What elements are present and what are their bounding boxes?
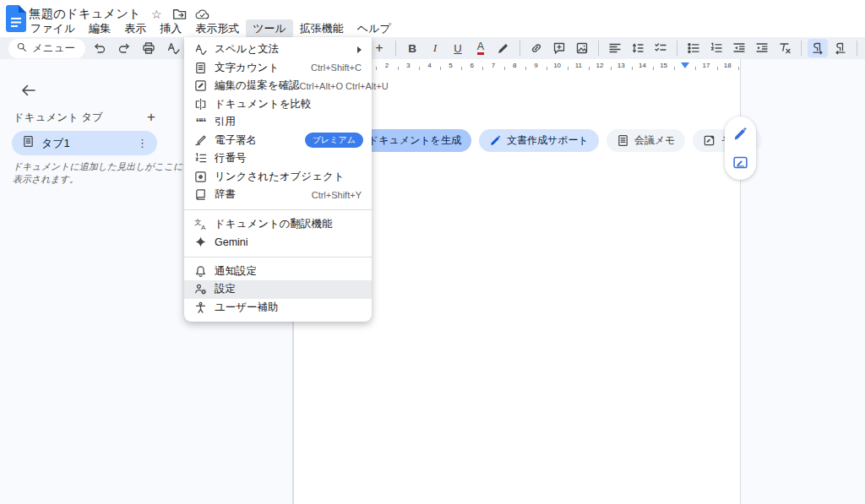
menubar-item-2[interactable]: 表示 (117, 19, 153, 38)
ruler-tick (611, 67, 612, 70)
numbered-list-button[interactable] (706, 39, 726, 57)
menu-item-label: ドキュメントを比較 (215, 97, 372, 111)
ruler-number: 6 (471, 62, 474, 69)
menu-item-label: リンクされたオブジェクト (215, 170, 372, 184)
ruler-number: 13 (617, 62, 625, 69)
line-spacing-button[interactable] (628, 39, 648, 57)
menubar-item-3[interactable]: 挿入 (153, 19, 188, 38)
menu-item[interactable]: 文Aドキュメントの翻訳機能 (184, 215, 372, 234)
menu-item-label: 引用 (215, 115, 372, 129)
chip-1[interactable]: 文書作成サポート (479, 129, 599, 152)
search-menus-button[interactable]: メニュー (8, 39, 85, 58)
ruler-number: 17 (703, 62, 710, 69)
chip-label: 会議メモ (634, 133, 676, 148)
clear-formatting-button[interactable] (775, 39, 795, 57)
horizontal-ruler[interactable]: 1234567891011121314151718 (0, 59, 865, 73)
ruler-tick (717, 67, 718, 70)
menubar-item-7[interactable]: ヘルプ (351, 19, 398, 38)
font-size-increase-button[interactable]: + (369, 39, 389, 57)
help-me-write-button[interactable] (729, 122, 752, 145)
menu-item[interactable]: 辞書Ctrl+Shift+Y (184, 186, 372, 204)
ruler-tick (461, 67, 462, 70)
menu-divider (184, 209, 372, 210)
menu-item-label: スペルと文法 (215, 42, 357, 57)
tab-options-button[interactable]: ⋮ (134, 137, 150, 149)
menu-divider (184, 257, 372, 257)
menu-item[interactable]: 電子署名プレミアム (184, 132, 372, 150)
menubar-item-0[interactable]: ファイル (24, 19, 82, 38)
increase-indent-button[interactable] (752, 39, 772, 57)
decrease-indent-button[interactable] (729, 39, 749, 57)
menu-item[interactable]: スペルと文法 (184, 41, 372, 59)
menu-item[interactable]: 設定 (184, 280, 372, 299)
menu-item[interactable]: ユーザー補助 (184, 299, 372, 317)
menubar-item-5[interactable]: ツール (246, 19, 293, 38)
menu-item-label: 設定 (215, 282, 372, 296)
citations-icon: ““ (193, 116, 207, 129)
chip-2[interactable]: 会議メモ (607, 129, 686, 152)
spellcheck-button[interactable] (163, 39, 183, 57)
tab-item-selected[interactable]: タブ1 ⋮ (12, 131, 157, 155)
menu-item-label: 行番号 (215, 151, 372, 165)
menu-item-label: 通知設定 (215, 264, 372, 279)
ruler-number: 3 (406, 62, 410, 69)
tabs-header: ドキュメント タブ + (14, 109, 159, 126)
add-comment-button[interactable] (549, 39, 569, 57)
underline-button[interactable]: U (448, 39, 468, 57)
menubar-item-6[interactable]: 拡張機能 (293, 19, 351, 38)
menu-item[interactable]: ドキュメントを比較 (184, 95, 372, 114)
print-button[interactable] (139, 39, 159, 57)
close-sidebar-button[interactable] (19, 80, 39, 100)
document-icon (22, 135, 35, 151)
menu-item[interactable]: 文字カウントCtrl+Shift+C (184, 59, 372, 78)
ruler-tick (525, 67, 526, 70)
template-icon (703, 134, 715, 147)
align-button[interactable] (605, 39, 625, 57)
header: 無題のドキュメント ☆ ファイル編集表示挿入表示形式ツール拡張機能ヘルプ (0, 0, 865, 37)
bulleted-list-button[interactable] (683, 39, 704, 57)
menu-item[interactable]: Gemini (184, 233, 372, 252)
menu-item[interactable]: 編集の提案を確認Ctrl+Alt+O Ctrl+Alt+U (184, 77, 372, 95)
tabs-header-label: ドキュメント タブ (14, 111, 103, 125)
toolbar-separator (677, 41, 677, 56)
ltr-direction-button[interactable] (808, 39, 828, 57)
menu-item-label: ユーザー補助 (215, 301, 372, 315)
toolbar-separator (520, 41, 520, 56)
linked-objects-icon (193, 170, 207, 183)
esignature-icon (193, 133, 207, 147)
highlight-color-button[interactable] (493, 39, 514, 57)
bell-icon (193, 264, 207, 278)
menu-item[interactable]: 通知設定 (184, 263, 372, 281)
bold-button[interactable]: B (402, 39, 422, 57)
rtl-direction-button[interactable] (830, 39, 851, 57)
ruler-tick (589, 67, 590, 70)
text-color-button[interactable]: A (471, 39, 491, 57)
chip-0[interactable]: ドキュメントを生成 (358, 129, 471, 152)
right-indent-marker[interactable] (681, 62, 689, 68)
menu-item[interactable]: リンクされたオブジェクト (184, 168, 372, 187)
menubar-item-1[interactable]: 編集 (82, 19, 117, 38)
menubar: ファイル編集表示挿入表示形式ツール拡張機能ヘルプ (24, 20, 398, 37)
search-icon (16, 41, 27, 55)
checklist-button[interactable] (650, 39, 671, 57)
insert-link-button[interactable] (526, 39, 547, 57)
ruler-tick (738, 67, 739, 70)
annotate-button[interactable] (729, 151, 752, 174)
menu-item[interactable]: ““引用 (184, 113, 372, 132)
ruler-tick (674, 67, 675, 70)
italic-button[interactable]: I (425, 39, 445, 57)
add-tab-button[interactable]: + (144, 109, 159, 126)
menubar-item-4[interactable]: 表示形式 (188, 19, 246, 38)
translate-icon: 文A (193, 217, 207, 230)
chip-label: 文書作成サポート (507, 133, 589, 148)
redo-button[interactable] (114, 39, 134, 57)
menu-item-label: 編集の提案を確認 (215, 79, 300, 93)
menu-item[interactable]: 行番号 (184, 149, 372, 168)
building-block-chips: ドキュメントを生成文書作成サポート会議メモその他 (358, 129, 762, 152)
menu-item-label: 文字カウント (215, 61, 311, 75)
insert-image-button[interactable] (572, 39, 592, 57)
menu-item-shortcut: Ctrl+Alt+O Ctrl+Alt+U (300, 81, 389, 91)
tools-menu-dropdown: スペルと文法文字カウントCtrl+Shift+C編集の提案を確認Ctrl+Alt… (184, 37, 372, 322)
ruler-number: 2 (385, 62, 389, 69)
undo-button[interactable] (90, 39, 110, 57)
